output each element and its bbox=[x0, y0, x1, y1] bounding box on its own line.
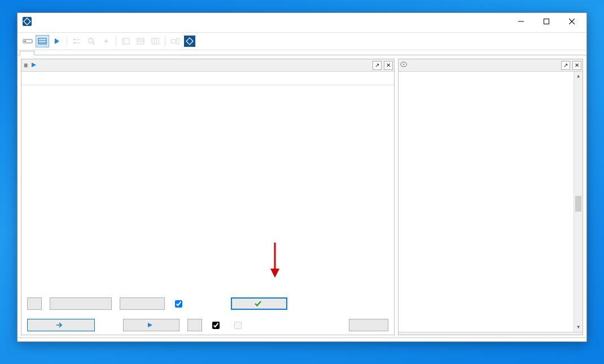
partitions-panel: ≡ ↗ ✕ bbox=[21, 59, 395, 335]
open-volume-button[interactable] bbox=[27, 319, 95, 331]
toolbar bbox=[17, 32, 587, 50]
scrollbar[interactable]: ▴ ▾ bbox=[574, 72, 583, 332]
minimize-button[interactable] bbox=[508, 14, 533, 29]
workarea: ≡ ↗ ✕ bbox=[17, 55, 587, 337]
tab-partitions[interactable] bbox=[20, 51, 34, 55]
svg-rect-26 bbox=[184, 36, 195, 47]
tb-play-icon[interactable] bbox=[50, 35, 64, 47]
tb-search-icon[interactable] bbox=[85, 35, 98, 47]
sectors-panel: ↗ ✕ ▴ ▾ bbox=[398, 59, 583, 335]
disk-icon bbox=[400, 61, 408, 69]
svg-point-29 bbox=[403, 64, 404, 65]
scroll-down-icon[interactable]: ▾ bbox=[574, 323, 583, 332]
remove-button[interactable] bbox=[50, 297, 112, 310]
svg-rect-16 bbox=[122, 38, 129, 44]
play-icon bbox=[147, 322, 153, 328]
tab-strip bbox=[17, 50, 587, 55]
help-button[interactable] bbox=[349, 319, 388, 331]
svg-rect-18 bbox=[137, 38, 144, 44]
panel-close-icon[interactable]: ✕ bbox=[384, 61, 393, 70]
svg-point-14 bbox=[89, 38, 93, 43]
partitions-buttons-row1 bbox=[21, 294, 394, 313]
panel-menu-icon[interactable]: ≡ bbox=[23, 62, 29, 69]
tb-device-icon[interactable] bbox=[168, 35, 182, 47]
volume-table-header bbox=[21, 72, 394, 85]
sectors-panel-footer bbox=[399, 332, 583, 335]
app-window: ≡ ↗ ✕ bbox=[17, 12, 587, 342]
more2-button[interactable] bbox=[187, 319, 202, 331]
panel-popout-icon[interactable]: ↗ bbox=[373, 61, 382, 70]
svg-rect-24 bbox=[171, 40, 176, 43]
check-icon bbox=[255, 300, 261, 307]
svg-point-11 bbox=[74, 42, 76, 44]
full-scan-button[interactable] bbox=[123, 319, 180, 331]
apply-button[interactable] bbox=[231, 297, 287, 310]
panel-popout2-icon[interactable]: ↗ bbox=[561, 61, 570, 70]
close-button[interactable] bbox=[559, 14, 584, 29]
advanced-checkbox[interactable] bbox=[232, 320, 246, 331]
svg-rect-21 bbox=[152, 38, 159, 44]
found-checkbox[interactable] bbox=[210, 320, 224, 331]
svg-point-10 bbox=[74, 39, 76, 41]
panel-close2-icon[interactable]: ✕ bbox=[572, 61, 581, 70]
tb-list3-icon[interactable] bbox=[148, 35, 162, 47]
tb-list2-icon[interactable] bbox=[134, 35, 147, 47]
scroll-up-icon[interactable]: ▴ bbox=[574, 72, 583, 81]
svg-rect-2 bbox=[544, 19, 549, 24]
tables-checkbox[interactable] bbox=[173, 299, 187, 309]
tb-sparkle-icon[interactable] bbox=[99, 35, 113, 47]
edit-button[interactable] bbox=[120, 297, 165, 310]
tb-disk-icon[interactable] bbox=[21, 35, 34, 47]
sectors-panel-header: ↗ ✕ bbox=[399, 59, 583, 72]
more-button[interactable] bbox=[27, 297, 42, 310]
panel-play-icon[interactable] bbox=[31, 62, 37, 69]
sector-details[interactable]: ▴ ▾ bbox=[399, 72, 583, 332]
scroll-thumb[interactable] bbox=[575, 196, 581, 212]
svg-line-15 bbox=[93, 42, 95, 45]
titlebar bbox=[17, 13, 587, 30]
tb-tree-icon[interactable] bbox=[70, 35, 84, 47]
tb-logo-icon[interactable] bbox=[183, 35, 196, 47]
partitions-panel-header: ≡ ↗ ✕ bbox=[21, 59, 394, 72]
statusbar bbox=[17, 337, 587, 341]
arrow-right-icon bbox=[56, 322, 63, 328]
tb-list1-icon[interactable] bbox=[119, 35, 133, 47]
tb-partitions-icon[interactable] bbox=[36, 35, 49, 47]
maximize-button[interactable] bbox=[533, 14, 559, 29]
svg-rect-25 bbox=[177, 38, 179, 44]
partitions-buttons-row2 bbox=[21, 313, 394, 335]
volume-table-body[interactable] bbox=[21, 85, 394, 294]
annotation-arrow-icon bbox=[268, 240, 282, 282]
svg-rect-6 bbox=[24, 41, 26, 42]
app-icon bbox=[22, 16, 32, 27]
